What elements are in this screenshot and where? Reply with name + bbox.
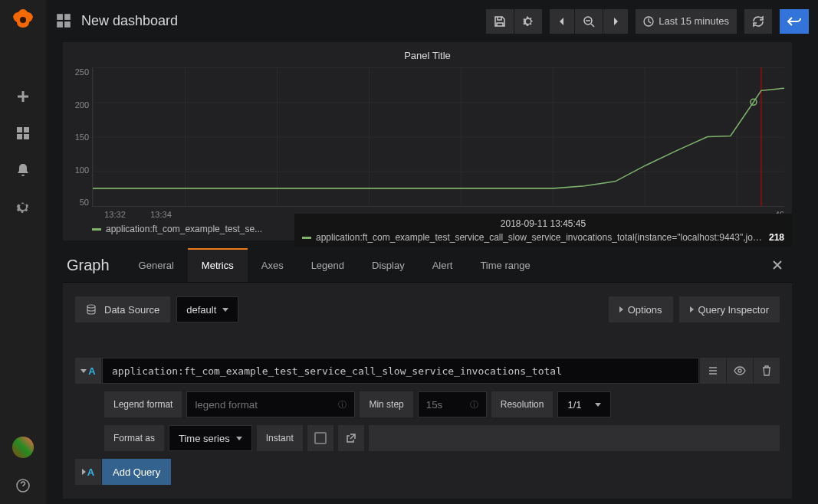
tooltip-swatch-icon — [302, 237, 311, 239]
settings-gear-icon[interactable] — [14, 198, 32, 216]
help-icon[interactable] — [14, 476, 32, 495]
legend-swatch-icon — [92, 228, 101, 231]
tab-alert[interactable]: Alert — [419, 248, 467, 282]
caret-down-icon — [222, 308, 228, 312]
query-menu-button[interactable] — [700, 358, 726, 384]
tab-display[interactable]: Display — [358, 248, 419, 282]
query-row-toggle[interactable]: A — [75, 358, 101, 384]
close-editor-button[interactable] — [763, 260, 792, 270]
tab-time-range[interactable]: Time range — [466, 248, 544, 282]
instant-checkbox[interactable] — [307, 425, 333, 451]
y-axis: 250 200 150 100 50 — [71, 67, 92, 207]
add-query-button[interactable]: Add Query — [102, 459, 171, 485]
main-scroll: Panel Title 250 200 150 100 50 13:32 13:… — [46, 42, 809, 504]
svg-rect-3 — [17, 134, 22, 139]
resolution-label: Resolution — [491, 391, 554, 417]
zoom-out-button[interactable] — [575, 9, 603, 34]
alerts-icon[interactable] — [14, 161, 32, 179]
time-back-button[interactable] — [550, 9, 574, 34]
user-avatar[interactable] — [12, 437, 34, 458]
format-as-label: Format as — [104, 425, 164, 451]
legend-label: application:ft_com_example_test_se... — [106, 224, 262, 234]
editor-body: Data Source default Options Query Inspec… — [63, 283, 792, 499]
caret-down-icon — [80, 369, 87, 373]
plot-area[interactable] — [92, 67, 784, 207]
editor-title: Graph — [63, 257, 125, 274]
caret-down-icon — [236, 437, 242, 440]
options-button[interactable]: Options — [609, 296, 673, 322]
tab-general[interactable]: General — [125, 248, 188, 282]
add-query-toggle[interactable]: A — [75, 459, 101, 485]
query-delete-button[interactable] — [754, 358, 780, 384]
datasource-label: Data Source — [75, 296, 170, 322]
save-button[interactable] — [486, 9, 514, 34]
editor-tab-bar: Graph General Metrics Axes Legend Displa… — [63, 248, 792, 283]
tab-axes[interactable]: Axes — [248, 248, 297, 282]
caret-right-icon — [690, 306, 694, 313]
datasource-select[interactable]: default — [176, 296, 238, 322]
format-as-select[interactable]: Time series — [169, 425, 252, 451]
svg-rect-1 — [17, 127, 22, 133]
panels-icon[interactable] — [55, 12, 74, 31]
panel-title: Panel Title — [71, 48, 784, 67]
tooltip-timestamp: 2018-09-11 13:45:45 — [302, 218, 784, 229]
legend-format-label: Legend format — [104, 391, 182, 417]
tooltip-series-label: application:ft_com_example_test_service_… — [316, 232, 764, 243]
svg-rect-4 — [24, 134, 29, 139]
svg-rect-6 — [57, 14, 63, 20]
back-button[interactable] — [780, 9, 809, 34]
dashboard-title[interactable]: New dashboard — [81, 13, 478, 29]
top-bar: New dashboard Last 15 minutes — [46, 0, 818, 42]
resolution-select[interactable]: 1/1 — [557, 391, 611, 417]
share-link-button[interactable] — [338, 425, 364, 451]
min-step-input[interactable] — [426, 399, 464, 411]
query-expression-input[interactable] — [102, 358, 699, 384]
caret-down-icon — [595, 403, 601, 407]
query-visibility-button[interactable] — [727, 358, 753, 384]
time-range-label: Last 15 minutes — [659, 15, 729, 27]
caret-right-icon — [82, 469, 86, 475]
svg-rect-2 — [24, 127, 29, 133]
tooltip-value: 218 — [769, 232, 784, 243]
dashboards-icon[interactable] — [14, 124, 32, 142]
tab-legend[interactable]: Legend — [297, 248, 358, 282]
min-step-label: Min step — [360, 391, 412, 417]
caret-right-icon — [619, 306, 623, 313]
legend-format-input[interactable] — [195, 399, 332, 411]
empty-bar — [369, 425, 780, 451]
query-inspector-button[interactable]: Query Inspector — [679, 296, 780, 322]
grafana-logo-icon[interactable] — [11, 8, 35, 32]
instant-label: Instant — [257, 425, 303, 451]
info-icon[interactable]: ⓘ — [470, 399, 478, 411]
svg-point-0 — [20, 17, 26, 23]
svg-rect-9 — [64, 21, 71, 28]
info-icon[interactable]: ⓘ — [338, 399, 347, 411]
svg-point-14 — [87, 305, 95, 308]
add-icon[interactable] — [14, 87, 32, 106]
chart-panel: Panel Title 250 200 150 100 50 13:32 13:… — [63, 42, 792, 241]
settings-button[interactable] — [514, 9, 542, 34]
tab-metrics[interactable]: Metrics — [188, 248, 248, 282]
chart-tooltip: 2018-09-11 13:45:45 application:ft_com_e… — [294, 214, 792, 247]
svg-point-15 — [738, 369, 741, 372]
left-sidebar — [0, 0, 46, 504]
svg-rect-8 — [57, 21, 63, 28]
refresh-button[interactable] — [744, 9, 772, 34]
time-range-button[interactable]: Last 15 minutes — [636, 9, 737, 34]
time-forward-button[interactable] — [603, 9, 628, 34]
svg-rect-7 — [64, 14, 71, 20]
